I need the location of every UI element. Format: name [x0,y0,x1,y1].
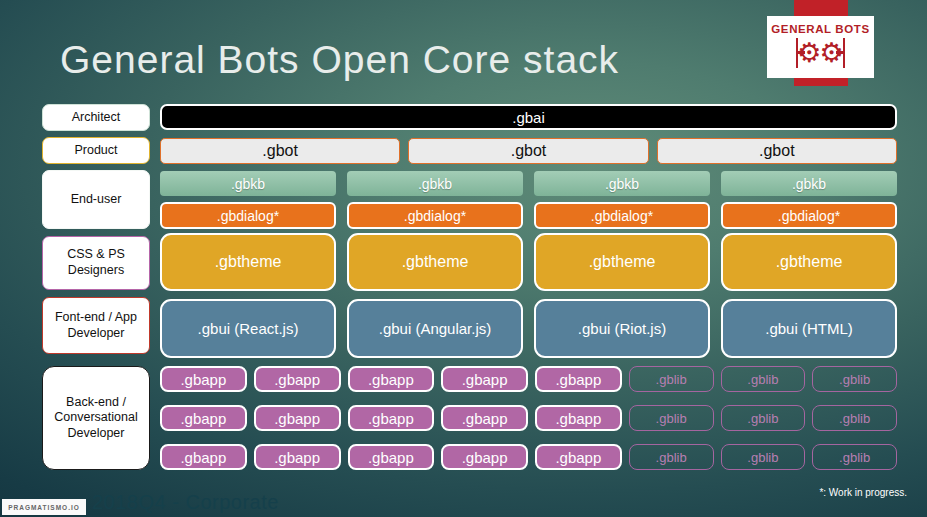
gbui-angular-block: .gbui (Angular.js) [347,299,523,358]
row-label-architect: Architect [42,104,150,131]
gbai-band: .gbai [160,104,897,130]
gbui-react-block: .gbui (React.js) [160,299,336,358]
gblib-block: .gblib [629,366,714,392]
gbkb-block: .gbkb [721,171,897,196]
gblib-block: .gblib [812,405,897,431]
backend-band-3: .gbapp .gbapp .gbapp .gbapp .gbapp .gbli… [160,444,897,470]
gbdialog-block: .gbdialog* [160,202,336,229]
gblib-block: .gblib [629,444,714,470]
gbapp-block: .gbapp [441,444,528,470]
gbapp-block: .gbapp [441,405,528,431]
general-bots-logo: GENERAL BOTS ⚙ ⚙ [767,16,874,78]
gbapp-block: .gbapp [535,444,622,470]
logo-gears-icon: ⚙ ⚙ [796,35,845,71]
gbtheme-block: .gbtheme [721,233,897,291]
gbtheme-block: .gbtheme [534,233,710,291]
gblib-block: .gblib [721,366,806,392]
gbapp-block: .gbapp [160,366,247,392]
gbdialog-band: .gbdialog* .gbdialog* .gbdialog* .gbdial… [160,202,897,229]
gblib-block: .gblib [812,444,897,470]
gbapp-block: .gbapp [535,405,622,431]
backend-band-2: .gbapp .gbapp .gbapp .gbapp .gbapp .gbli… [160,405,897,431]
row-label-designers: CSS & PS Designers [42,236,150,290]
gbapp-block: .gbapp [160,444,247,470]
gbkb-band: .gbkb .gbkb .gbkb .gbkb [160,171,897,196]
gbot-block: .gbot [657,138,897,164]
gbtheme-band: .gbtheme .gbtheme .gbtheme .gbtheme [160,233,897,291]
work-in-progress-footnote: *: Work in progress. [819,487,907,498]
gbapp-block: .gbapp [254,405,341,431]
gbtheme-block: .gbtheme [347,233,523,291]
gbot-block: .gbot [160,138,400,164]
slide-canvas: General Bots Open Core stack GENERAL BOT… [0,0,927,517]
gear-bar-left [796,38,799,68]
gblib-block: .gblib [812,366,897,392]
gblib-block: .gblib [721,405,806,431]
gbui-band: .gbui (React.js) .gbui (Angular.js) .gbu… [160,299,897,358]
row-label-product: Product [42,137,150,164]
backend-band-1: .gbapp .gbapp .gbapp .gbapp .gbapp .gbli… [160,366,897,392]
gbkb-block: .gbkb [160,171,336,196]
gbui-riot-block: .gbui (Riot.js) [534,299,710,358]
gbapp-block: .gbapp [348,444,435,470]
gbapp-block: .gbapp [348,405,435,431]
gbot-band: .gbot .gbot .gbot [160,138,897,164]
gbapp-block: .gbapp [348,366,435,392]
row-label-end-user: End-user [42,170,150,229]
gear-bar-right [843,38,846,68]
footer-caption: 2018Q4 - Corporate [92,491,279,514]
gblib-block: .gblib [629,405,714,431]
row-label-backend-developer: Back-end / Conversational Developer [42,366,150,470]
gbapp-block: .gbapp [441,366,528,392]
gblib-block: .gblib [721,444,806,470]
gbot-block: .gbot [408,138,648,164]
gbdialog-block: .gbdialog* [347,202,523,229]
gbdialog-block: .gbdialog* [534,202,710,229]
row-label-frontend-developer: Font-end / App Developer [42,297,150,354]
gbapp-block: .gbapp [254,366,341,392]
gbapp-block: .gbapp [535,366,622,392]
gbkb-block: .gbkb [534,171,710,196]
gbapp-block: .gbapp [254,444,341,470]
gbui-html-block: .gbui (HTML) [721,299,897,358]
gbtheme-block: .gbtheme [160,233,336,291]
gbapp-block: .gbapp [160,405,247,431]
gbai-block: .gbai [160,104,897,130]
gbkb-block: .gbkb [347,171,523,196]
pragmatismo-brand-chip: PRAGMATISMO.IO [2,499,86,515]
logo-wordmark: GENERAL BOTS [771,23,869,35]
page-title: General Bots Open Core stack [60,38,619,82]
gbdialog-block: .gbdialog* [721,202,897,229]
